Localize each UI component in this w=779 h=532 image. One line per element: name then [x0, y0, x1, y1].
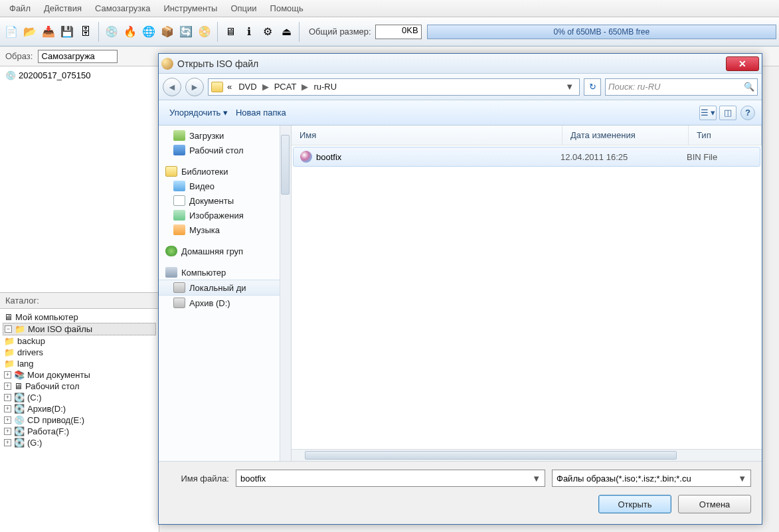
tb-compress-icon[interactable]: 📦 — [159, 23, 176, 41]
expand-icon[interactable]: + — [4, 405, 11, 412]
open-button[interactable]: Открыть — [598, 495, 671, 513]
tb-convert-icon[interactable]: 🔄 — [177, 23, 195, 41]
tb-disc-icon[interactable]: 💿 — [103, 23, 120, 41]
tb-vm-icon[interactable]: 🖥 — [222, 23, 239, 41]
new-folder-button[interactable]: Новая папка — [232, 106, 290, 119]
tree-desktop[interactable]: +🖥Рабочий стол — [3, 381, 156, 392]
file-list[interactable]: bootfix 12.04.2011 16:25 BIN File — [292, 145, 762, 449]
tree-drive-c[interactable]: +💽(C:) — [3, 392, 156, 403]
place-video[interactable]: Видео — [159, 179, 291, 193]
menu-help[interactable]: Помощь — [264, 1, 310, 15]
tb-new-icon[interactable]: 📄 — [3, 23, 20, 41]
tree-cd-drive[interactable]: +💿CD привод(E:) — [3, 414, 156, 426]
nav-forward-button[interactable]: ► — [185, 78, 204, 96]
tb-mount-icon[interactable]: 🌐 — [140, 23, 157, 41]
expand-icon[interactable]: + — [4, 416, 11, 424]
tree-drive-g[interactable]: +💽(G:) — [3, 437, 156, 448]
image-tree[interactable]: 💿 20200517_075150 — [0, 66, 159, 292]
search-icon[interactable]: 🔍 — [744, 82, 754, 92]
tb-burn-icon[interactable]: 🔥 — [122, 23, 139, 41]
image-tree-node[interactable]: 💿 20200517_075150 — [3, 69, 156, 82]
place-local-disk[interactable]: Локальный ди — [159, 280, 291, 296]
place-desktop[interactable]: Рабочий стол — [159, 143, 291, 157]
toolbar-separator — [299, 22, 300, 42]
dialog-titlebar[interactable]: Открыть ISO файл ✕ — [159, 54, 762, 74]
col-type[interactable]: Тип — [689, 126, 762, 145]
refresh-button[interactable]: ↻ — [584, 78, 601, 96]
tree-drive-f[interactable]: +💽Работа(F:) — [3, 426, 156, 437]
expand-icon[interactable]: + — [4, 383, 11, 390]
catalog-tree[interactable]: 🖥Мой компьютер −📁Мои ISO файлы 📁backup 📁… — [0, 309, 159, 532]
expand-icon[interactable]: + — [4, 439, 11, 446]
tree-drive-d[interactable]: +💽Архив(D:) — [3, 403, 156, 414]
preview-pane-button[interactable]: ◫ — [719, 106, 736, 120]
catalog-header: Каталог: — [0, 292, 159, 309]
cancel-button[interactable]: Отмена — [678, 495, 751, 513]
place-archive-d[interactable]: Архив (D:) — [159, 296, 291, 310]
main-menubar[interactable]: Файл Действия Самозагрузка Инструменты О… — [0, 0, 779, 17]
scrollbar-thumb[interactable] — [305, 451, 677, 460]
expand-icon[interactable]: + — [4, 371, 11, 379]
places-sidebar[interactable]: Загрузки Рабочий стол Библиотеки Видео Д… — [159, 126, 292, 461]
chevron-right-icon[interactable]: ▶ — [261, 82, 270, 92]
help-button[interactable]: ? — [740, 106, 755, 120]
file-name: bootfix — [316, 152, 341, 162]
collapse-icon[interactable]: − — [5, 325, 12, 333]
col-date[interactable]: Дата изменения — [563, 126, 689, 145]
file-list-hscrollbar[interactable] — [292, 449, 762, 461]
chevron-right-icon[interactable]: ▶ — [300, 82, 309, 92]
menu-actions[interactable]: Действия — [37, 1, 88, 15]
address-bar[interactable]: « DVD ▶ PCAT ▶ ru-RU ▼ — [208, 78, 580, 96]
tree-backup[interactable]: 📁backup — [3, 335, 156, 347]
breadcrumb-ruru[interactable]: ru-RU — [311, 80, 339, 93]
menu-tools[interactable]: Инструменты — [157, 1, 224, 15]
tb-info-icon[interactable]: ℹ — [240, 23, 258, 41]
menu-file[interactable]: Файл — [3, 1, 37, 15]
tree-drivers[interactable]: 📁drivers — [3, 347, 156, 358]
file-row-bootfix[interactable]: bootfix 12.04.2011 16:25 BIN File — [293, 147, 760, 167]
disc-icon: 💿 — [5, 70, 16, 80]
place-homegroup[interactable]: Домашняя груп — [159, 244, 291, 258]
image-name-input[interactable] — [38, 50, 118, 63]
breadcrumb-pcat[interactable]: PCAT — [272, 80, 300, 93]
filename-input[interactable]: bootfix ▼ — [236, 470, 545, 487]
tree-my-docs[interactable]: +📚Мои документы — [3, 369, 156, 381]
view-mode-button[interactable]: ☰ ▾ — [699, 106, 717, 120]
menu-boot[interactable]: Самозагрузка — [88, 1, 157, 15]
expand-icon[interactable]: + — [4, 428, 11, 435]
dropdown-icon[interactable]: ▼ — [738, 474, 746, 484]
close-button[interactable]: ✕ — [726, 56, 759, 71]
tb-saveas-icon[interactable]: 🗄 — [77, 23, 94, 41]
col-name[interactable]: Имя — [292, 126, 563, 145]
downloads-icon — [173, 130, 185, 141]
free-space-bar: 0% of 650MB - 650MB free — [427, 25, 776, 39]
place-computer[interactable]: Компьютер — [159, 265, 291, 280]
place-music[interactable]: Музыка — [159, 222, 291, 237]
tb-open-icon[interactable]: 📂 — [21, 23, 39, 41]
organize-button[interactable]: Упорядочить ▾ — [165, 106, 232, 119]
search-input[interactable]: Поиск: ru-RU 🔍 — [605, 78, 758, 96]
tb-save-icon[interactable]: 💾 — [58, 23, 76, 41]
filetype-filter[interactable]: Файлы образы(*.iso;*.isz;*.bin;*.cu ▼ — [552, 470, 751, 487]
place-libraries[interactable]: Библиотеки — [159, 164, 291, 179]
place-documents[interactable]: Документы — [159, 193, 291, 208]
place-images[interactable]: Изображения — [159, 208, 291, 222]
breadcrumb-dvd[interactable]: DVD — [236, 80, 259, 93]
tb-eject-icon[interactable]: ⏏ — [278, 23, 295, 41]
tb-append-icon[interactable]: 📥 — [40, 23, 57, 41]
dialog-body: Загрузки Рабочий стол Библиотеки Видео Д… — [159, 126, 762, 462]
sidebar-scrollbar[interactable] — [280, 126, 291, 461]
address-dropdown-icon[interactable]: ▼ — [563, 82, 576, 92]
tb-settings-icon[interactable]: ⚙ — [259, 23, 276, 41]
tree-lang[interactable]: 📁lang — [3, 358, 156, 369]
scrollbar-thumb[interactable] — [281, 135, 290, 195]
nav-back-button[interactable]: ◄ — [163, 78, 181, 96]
file-list-header[interactable]: Имя Дата изменения Тип — [292, 126, 762, 145]
menu-options[interactable]: Опции — [224, 1, 263, 15]
tb-cd-icon[interactable]: 📀 — [196, 23, 213, 41]
expand-icon[interactable]: + — [4, 394, 11, 401]
tree-my-computer[interactable]: 🖥Мой компьютер — [3, 311, 156, 323]
place-downloads[interactable]: Загрузки — [159, 128, 291, 143]
dropdown-icon[interactable]: ▼ — [532, 474, 541, 484]
tree-my-iso[interactable]: −📁Мои ISO файлы — [3, 323, 156, 335]
